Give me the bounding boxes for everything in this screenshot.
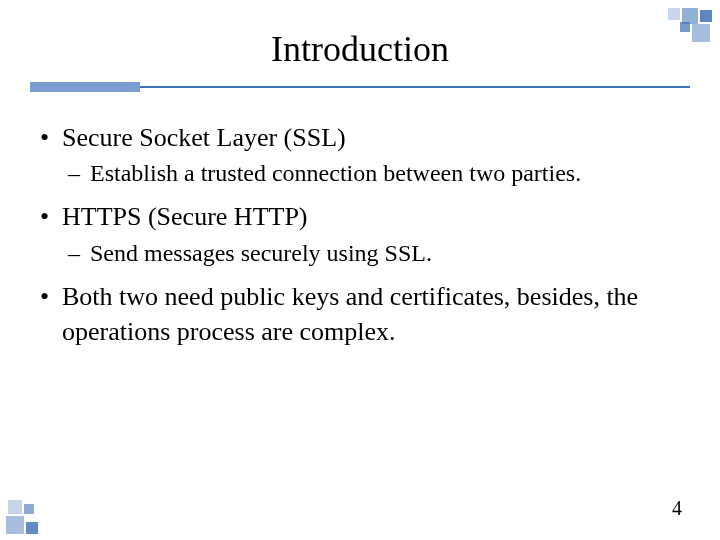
sub-bullet-item: – Establish a trusted connection between…: [68, 157, 680, 189]
page-number: 4: [672, 497, 682, 520]
bullet-dot-icon: •: [40, 279, 62, 349]
bullet-text: HTTPS (Secure HTTP): [62, 199, 308, 234]
sub-bullet-text: Send messages securely using SSL.: [90, 237, 432, 269]
slide: Introduction • Secure Socket Layer (SSL)…: [0, 0, 720, 540]
slide-body: • Secure Socket Layer (SSL) – Establish …: [0, 90, 720, 349]
sub-bullet-dash-icon: –: [68, 237, 90, 269]
bullet-item: • Both two need public keys and certific…: [40, 279, 680, 349]
bullet-item: • Secure Socket Layer (SSL): [40, 120, 680, 155]
bullet-text: Both two need public keys and certificat…: [62, 279, 680, 349]
bullet-item: • HTTPS (Secure HTTP): [40, 199, 680, 234]
bullet-dot-icon: •: [40, 199, 62, 234]
bullet-text: Secure Socket Layer (SSL): [62, 120, 346, 155]
decoration-bottom-left: [6, 492, 66, 534]
sub-bullet-text: Establish a trusted connection between t…: [90, 157, 581, 189]
sub-bullet-item: – Send messages securely using SSL.: [68, 237, 680, 269]
title-underline: [0, 80, 720, 90]
slide-title: Introduction: [0, 0, 720, 70]
sub-bullet-dash-icon: –: [68, 157, 90, 189]
bullet-dot-icon: •: [40, 120, 62, 155]
decoration-top-right: [642, 8, 712, 48]
